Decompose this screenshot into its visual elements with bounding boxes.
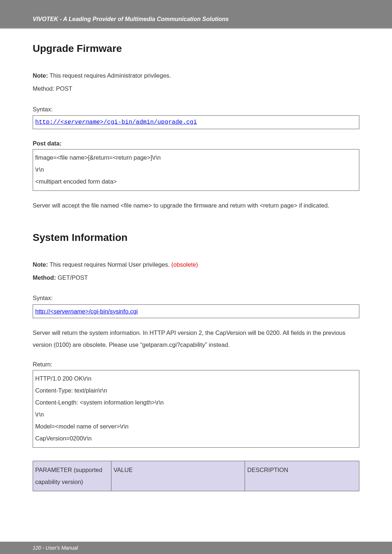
section-title-upgrade-firmware: Upgrade Firmware <box>33 41 359 57</box>
return-line-3: Content-Length: <system information leng… <box>35 397 357 409</box>
parameter-table: PARAMETER (supported capability version)… <box>33 461 359 491</box>
syntax-label-upgrade: Syntax: <box>33 104 359 114</box>
method-label: Method: <box>33 274 56 281</box>
section-title-system-info: System Information <box>33 230 359 246</box>
syntax-suffix: >/cgi-bin/admin/upgrade.cgi <box>100 119 197 126</box>
return-line-2: Content-Type: text/plain\r\n <box>35 385 357 397</box>
post-data-box: fimage=<file name>[&return=<return page>… <box>33 149 359 191</box>
post-line-3: <multipart encoded form data> <box>35 176 357 188</box>
return-box: HTTP/1.0 200 OK\r\n Content-Type: text/p… <box>33 370 359 448</box>
post-line-1: fimage=<file name>[&return=<return page>… <box>35 152 357 164</box>
syntax-box-sysinfo: http://<servername>/cgi-bin/sysinfo.cgi <box>33 304 359 318</box>
note-text: This request requires Administrator priv… <box>48 72 171 79</box>
syntax2-suffix: >/cgi-bin/sysinfo.cgi <box>85 308 138 315</box>
syntax2-servername: servername <box>54 308 85 315</box>
table-header-row: PARAMETER (supported capability version)… <box>33 461 359 491</box>
return-label: Return: <box>33 360 359 369</box>
method-text: GET/POST <box>56 274 88 281</box>
post-data-label: Post data: <box>33 139 359 148</box>
header-divider <box>0 28 392 29</box>
note-label-2: Note: <box>33 261 48 268</box>
syntax-box-upgrade: http://<servername>/cgi-bin/admin/upgrad… <box>33 115 359 129</box>
method-line-sysinfo: Method: GET/POST <box>33 273 359 282</box>
method-line-upgrade: Method: POST <box>33 84 359 93</box>
note-upgrade: Note: This request requires Administrato… <box>33 71 359 80</box>
return-line-6: CapVersion=0200\r\n <box>35 432 357 444</box>
brand-line: VIVOTEK - A Leading Provider of Multimed… <box>33 15 229 24</box>
sysinfo-description: Server will return the system informatio… <box>33 327 359 351</box>
return-line-1: HTTP/1.0 200 OK\r\n <box>35 373 357 385</box>
syntax-servername: servername <box>64 119 100 126</box>
page-number: 120 - User's Manual <box>33 544 78 552</box>
syntax-label-sysinfo: Syntax: <box>33 293 359 303</box>
th-parameter: PARAMETER (supported capability version) <box>33 461 111 491</box>
th-value: VALUE <box>111 461 245 491</box>
post-line-2: \r\n <box>35 164 357 176</box>
page-header: VIVOTEK - A Leading Provider of Multimed… <box>0 0 392 28</box>
syntax-prefix: http://< <box>35 119 64 126</box>
note-label: Note: <box>33 72 48 79</box>
obsolete-tag: (obsolete) <box>171 261 198 268</box>
th-description: DESCRIPTION <box>245 461 359 491</box>
page-footer: 120 - User's Manual <box>0 542 392 554</box>
server-accept-para: Server will accept the file named <file … <box>33 200 359 212</box>
syntax2-prefix: http://< <box>35 308 54 315</box>
page-content: Upgrade Firmware Note: This request requ… <box>0 41 392 491</box>
note-text-2: This request requires Normal User privil… <box>48 261 171 268</box>
return-line-5: Model=<model name of server>\r\n <box>35 420 357 432</box>
return-line-4: \r\n <box>35 409 357 420</box>
note-sysinfo: Note: This request requires Normal User … <box>33 260 359 269</box>
